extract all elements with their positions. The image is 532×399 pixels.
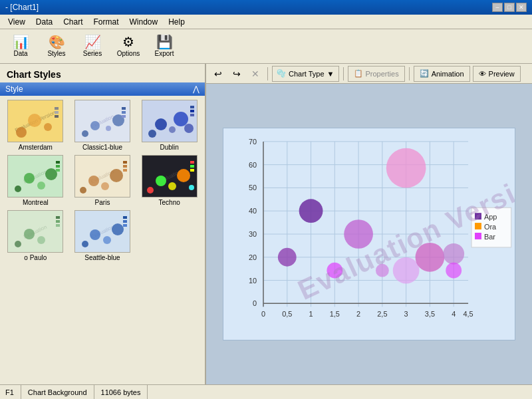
svg-text:50: 50 xyxy=(249,184,257,192)
svg-rect-24 xyxy=(190,110,194,112)
animation-btn[interactable]: 🔄 Animation xyxy=(414,66,470,82)
svg-rect-5 xyxy=(55,107,59,110)
toolbar-export[interactable]: 💾 Export xyxy=(148,32,181,61)
svg-point-46 xyxy=(147,187,154,194)
svg-text:2: 2 xyxy=(356,310,360,318)
svg-rect-53 xyxy=(190,169,194,172)
techno-svg: Evaluation xyxy=(142,156,198,198)
style-item-saoPaulo[interactable]: Evaluation o Paulo xyxy=(4,210,67,261)
svg-text:60: 60 xyxy=(249,161,257,169)
svg-point-20 xyxy=(169,126,176,133)
svg-point-37 xyxy=(80,187,86,194)
chart-type-dropdown[interactable]: 🫧 Chart Type ▼ xyxy=(272,66,339,82)
svg-point-65 xyxy=(90,229,100,240)
svg-text:3,5: 3,5 xyxy=(425,310,435,318)
style-item-classic1blue[interactable]: Evaluation Classic1-blue xyxy=(71,100,134,151)
svg-point-50 xyxy=(189,185,194,190)
svg-rect-14 xyxy=(122,107,126,110)
svg-point-10 xyxy=(82,130,88,137)
style-section-label: Style xyxy=(5,84,23,94)
style-section-header[interactable]: Style ⋀ xyxy=(0,82,205,96)
menu-view[interactable]: View xyxy=(3,16,31,28)
title-text: - [Chart1] xyxy=(5,3,39,12)
svg-text:20: 20 xyxy=(249,253,257,261)
delete-btn[interactable]: ✕ xyxy=(247,66,263,82)
svg-point-48 xyxy=(168,182,176,190)
options-icon: ⚙ xyxy=(122,35,134,49)
svg-rect-16 xyxy=(122,115,126,118)
menu-help[interactable]: Help xyxy=(163,16,190,28)
svg-point-113 xyxy=(393,257,420,284)
seattleBlue-svg: Evaluation xyxy=(75,211,130,253)
menu-window[interactable]: Window xyxy=(124,16,164,28)
preview-label: Preview xyxy=(489,70,515,78)
svg-point-111 xyxy=(376,264,389,277)
svg-text:2,5: 2,5 xyxy=(377,310,387,318)
anim-label: Animation xyxy=(432,70,464,78)
svg-point-3 xyxy=(28,114,41,127)
style-item-amsterdam[interactable]: Evaluation Version Amsterdam xyxy=(4,100,67,151)
svg-point-12 xyxy=(106,126,111,131)
close-btn[interactable]: ✕ xyxy=(516,3,527,12)
svg-text:4: 4 xyxy=(452,310,456,318)
svg-point-4 xyxy=(44,123,52,131)
svg-text:1,5: 1,5 xyxy=(330,310,340,318)
menu-format[interactable]: Format xyxy=(88,16,124,28)
status-key: F1 xyxy=(5,385,21,399)
menu-chart[interactable]: Chart xyxy=(58,16,88,28)
redo-btn[interactable]: ↪ xyxy=(229,66,245,82)
main-layout: Chart Styles Style ⋀ Evaluation Version xyxy=(0,64,532,384)
anim-icon: 🔄 xyxy=(420,69,429,78)
chart-type-icon: 🫧 xyxy=(277,69,286,78)
svg-point-21 xyxy=(174,112,188,126)
style-grid-container[interactable]: Evaluation Version Amsterdam xyxy=(0,96,205,384)
preview-btn[interactable]: 👁 Preview xyxy=(473,66,521,82)
style-item-paris[interactable]: Evaluation Paris xyxy=(71,155,134,206)
style-label-dublin: Dublin xyxy=(160,144,178,151)
svg-point-11 xyxy=(90,121,100,130)
svg-text:3: 3 xyxy=(404,310,408,318)
toolbar-styles[interactable]: 🎨 Styles xyxy=(40,32,73,61)
svg-point-40 xyxy=(110,169,123,182)
svg-point-31 xyxy=(45,168,57,180)
style-thumb-seattleBlue: Evaluation xyxy=(74,210,130,253)
svg-rect-70 xyxy=(123,224,127,227)
style-item-techno[interactable]: Evaluation Techno xyxy=(138,155,201,206)
montreal-svg: Evaluation xyxy=(8,156,63,198)
svg-point-66 xyxy=(103,236,111,244)
chart-props-btn[interactable]: 📋 Properties xyxy=(348,66,405,82)
minimize-btn[interactable]: – xyxy=(492,3,503,12)
style-thumb-saoPaulo: Evaluation xyxy=(7,210,63,253)
toolbar-options[interactable]: ⚙ Options xyxy=(112,32,145,61)
data-icon: 📊 xyxy=(13,35,29,49)
svg-point-108 xyxy=(278,248,297,267)
toolbar-data[interactable]: 📊 Data xyxy=(4,32,37,61)
svg-point-38 xyxy=(88,176,99,186)
style-item-seattleBlue[interactable]: Evaluation Seattle-blue xyxy=(71,210,134,261)
svg-rect-68 xyxy=(123,216,127,219)
style-item-montreal[interactable]: Evaluation Montreal xyxy=(4,155,67,206)
chart-canvas: Evaluation Version xyxy=(206,84,532,384)
status-description: Chart Background xyxy=(21,385,94,399)
undo-btn[interactable]: ↩ xyxy=(210,66,226,82)
preview-icon: 👁 xyxy=(479,70,486,78)
svg-text:0: 0 xyxy=(261,310,265,318)
svg-point-116 xyxy=(446,263,462,279)
toolbar-series[interactable]: 📈 Series xyxy=(76,32,109,61)
maximize-btn[interactable]: □ xyxy=(504,3,515,12)
svg-rect-34 xyxy=(56,169,60,172)
style-item-dublin[interactable]: Dublin xyxy=(138,100,201,151)
svg-rect-59 xyxy=(56,216,60,219)
props-label: Properties xyxy=(366,70,399,78)
svg-text:1: 1 xyxy=(309,310,313,318)
style-thumb-dublin xyxy=(142,100,198,142)
style-label-techno: Techno xyxy=(159,199,180,206)
style-label-classic1blue: Classic1-blue xyxy=(82,144,122,151)
svg-rect-41 xyxy=(123,161,127,164)
style-label-saoPaulo: o Paulo xyxy=(24,254,47,261)
svg-text:Bar: Bar xyxy=(484,233,495,241)
menu-data[interactable]: Data xyxy=(31,16,58,28)
svg-text:0: 0 xyxy=(253,299,257,307)
style-thumb-paris: Evaluation xyxy=(74,155,130,198)
svg-rect-69 xyxy=(123,220,127,223)
